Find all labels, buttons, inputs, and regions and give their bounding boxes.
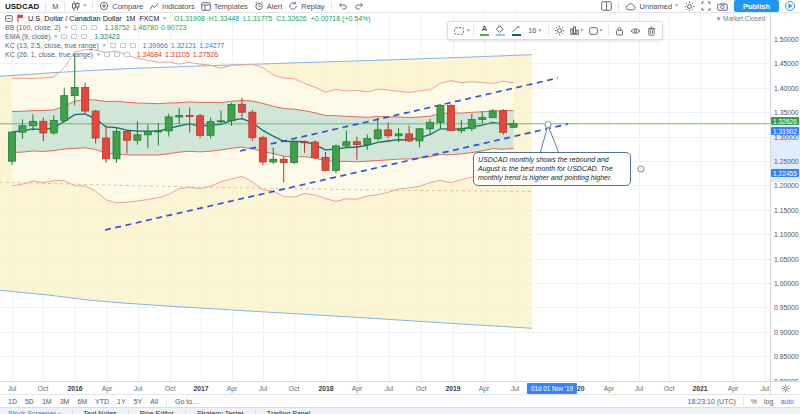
- indicator-values: 1.187521.467800.90723: [101, 24, 186, 31]
- price-tick-label: 1.35000: [774, 109, 799, 116]
- templates-button[interactable]: Templates: [201, 2, 248, 11]
- undo-button[interactable]: [338, 2, 348, 10]
- chevron-down-icon[interactable]: ▾: [65, 25, 68, 31]
- indicator-action-icon[interactable]: [71, 25, 77, 30]
- snapshot-camera-button[interactable]: [717, 2, 728, 11]
- ideas-stream-button[interactable]: [785, 1, 795, 11]
- eye-icon[interactable]: [628, 23, 643, 38]
- symbol-button[interactable]: USDCAD: [5, 2, 39, 11]
- tab-stock-screener[interactable]: Stock Screener ▾: [8, 410, 73, 414]
- price-tick-label: 1.40000: [774, 84, 799, 91]
- divider: [618, 2, 619, 11]
- compare-icon: [99, 1, 109, 11]
- indicator-action-icon[interactable]: [81, 25, 87, 30]
- range-buttons: 1D 5D 1M 3M 6M YTD 1Y 5Y All Go to...: [0, 397, 688, 406]
- divider: [473, 25, 474, 36]
- chevron-down-icon[interactable]: ▾: [103, 43, 106, 49]
- indicator-action-icon[interactable]: [61, 34, 67, 39]
- interval-button[interactable]: M: [52, 2, 58, 11]
- chevron-down-icon[interactable]: ▾: [55, 34, 58, 40]
- bottom-toolbar: 1D 5D 1M 3M 6M YTD 1Y 5Y All Go to... 18…: [0, 394, 800, 407]
- indicator-action-icon[interactable]: [91, 25, 97, 30]
- compare-button[interactable]: Compare: [99, 1, 143, 11]
- chevron-down-icon[interactable]: ▾: [467, 28, 470, 34]
- fullscreen-button[interactable]: [701, 1, 711, 11]
- indicator-action-icon[interactable]: [120, 43, 126, 48]
- divider: [608, 25, 609, 36]
- indicator-action-icon[interactable]: [114, 52, 120, 57]
- indicator-action-icon[interactable]: [104, 52, 110, 57]
- tab-trading-panel[interactable]: Trading Panel: [256, 410, 321, 414]
- font-size-button[interactable]: 16▾: [525, 23, 545, 38]
- exchange-label[interactable]: FXCM: [139, 15, 159, 22]
- settings-button[interactable]: [684, 1, 695, 12]
- tab-pine-editor[interactable]: Pine Editor: [129, 410, 186, 414]
- redo-button[interactable]: [354, 2, 364, 10]
- indicator-action-icon[interactable]: [81, 34, 87, 39]
- collapse-legend-icon[interactable]: [5, 15, 13, 22]
- price-tick-label: 1.00000: [774, 280, 799, 287]
- range-6m[interactable]: 6M: [77, 398, 87, 405]
- indicator-action-icon[interactable]: [110, 43, 116, 48]
- trash-icon[interactable]: [644, 23, 659, 38]
- range-5d[interactable]: 5D: [25, 398, 34, 405]
- axis-settings-corner[interactable]: [770, 381, 800, 394]
- interval-label[interactable]: 1M: [126, 15, 136, 22]
- indicator-action-icon[interactable]: [130, 43, 136, 48]
- indicator-action-icon[interactable]: [71, 34, 77, 39]
- replay-icon: [288, 1, 298, 11]
- price-axis-blue-label: 1.22455: [771, 169, 799, 177]
- divider: [166, 397, 167, 406]
- template-box-button[interactable]: ▾: [587, 23, 605, 38]
- range-ytd[interactable]: YTD: [95, 398, 109, 405]
- percent-scale-button[interactable]: %: [751, 398, 757, 405]
- price-tick-label: 1.50000: [774, 36, 799, 43]
- goto-button[interactable]: Go to...: [175, 398, 198, 405]
- price-axis[interactable]: 1.500001.450001.400001.350001.300001.250…: [770, 13, 800, 381]
- chart-canvas[interactable]: [0, 13, 770, 381]
- price-tick-label: 0.95000: [774, 304, 799, 311]
- symbol-title[interactable]: U.S. Dollar / Canadian Dollar: [28, 14, 122, 23]
- time-axis[interactable]: JulOct2016AprJulOct2017AprJulOct2018AprJ…: [0, 381, 770, 394]
- replay-button[interactable]: Replay: [288, 1, 324, 11]
- drawing-handle[interactable]: [638, 166, 644, 172]
- range-5y[interactable]: 5Y: [134, 398, 143, 405]
- alert-button[interactable]: Alert: [254, 1, 282, 11]
- chevron-down-icon[interactable]: ▾: [97, 52, 100, 58]
- indicator-action-icon[interactable]: [124, 52, 130, 57]
- save-layout-button[interactable]: Unnamed ▾: [625, 2, 678, 11]
- indicators-button[interactable]: Indicators: [149, 2, 195, 11]
- price-tick-label: 1.10000: [774, 231, 799, 238]
- drawing-settings-button[interactable]: [552, 23, 567, 38]
- bars-pattern-button[interactable]: ▾: [568, 23, 586, 38]
- chevron-down-icon[interactable]: ▾: [163, 16, 166, 22]
- range-3m[interactable]: 3M: [60, 398, 70, 405]
- range-1y[interactable]: 1Y: [117, 398, 126, 405]
- price-tick-label: 1.45000: [774, 60, 799, 67]
- fill-color-button[interactable]: [493, 23, 508, 38]
- tab-text-notes[interactable]: Text Notes: [73, 410, 129, 414]
- callout-note[interactable]: USDCAD monthly shows the rebound and Aug…: [473, 152, 631, 186]
- ohlc-quote: O1.31908H1.33448L1.31775C1.32626+0.00718…: [170, 15, 371, 22]
- drawing-handle[interactable]: [545, 122, 551, 128]
- publish-button[interactable]: Publish: [734, 0, 779, 12]
- toolbar-left: USDCAD M ▾ Compare Indicators Templates: [5, 0, 364, 12]
- layout-button[interactable]: [601, 1, 612, 11]
- range-1d[interactable]: 1D: [8, 398, 17, 405]
- range-1m[interactable]: 1M: [42, 398, 52, 405]
- auto-scale-button[interactable]: auto: [780, 398, 794, 405]
- lock-icon[interactable]: [612, 23, 627, 38]
- divider: [92, 2, 93, 11]
- border-color-button[interactable]: [509, 23, 524, 38]
- clock-utc-button[interactable]: 18:23:10 (UTC): [688, 398, 736, 405]
- range-all[interactable]: All: [150, 398, 158, 405]
- tab-strategy-tester[interactable]: Strategy Tester: [186, 410, 256, 414]
- log-scale-button[interactable]: log: [764, 398, 773, 405]
- flag-icon[interactable]: [17, 14, 24, 23]
- chevron-down-icon: ▾: [83, 3, 86, 9]
- shape-style-button[interactable]: [451, 23, 466, 38]
- text-color-button[interactable]: A: [477, 23, 492, 38]
- chart-style-button[interactable]: ▾: [71, 1, 86, 11]
- toolbar-right: Unnamed ▾ Publish: [601, 0, 795, 12]
- divider: [548, 25, 549, 36]
